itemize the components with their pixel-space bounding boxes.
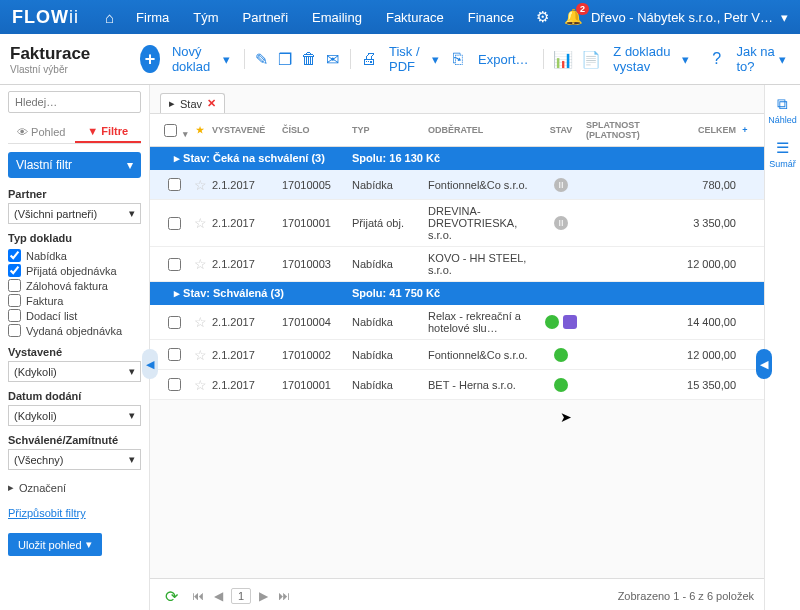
col-odberatel[interactable]: ODBĚRATEL <box>428 125 536 135</box>
edit-icon[interactable]: ✎ <box>254 48 269 70</box>
typ-option[interactable]: Faktura <box>8 293 141 308</box>
filter-tag-stav[interactable]: ▸ Stav ✕ <box>160 93 225 113</box>
nav-finance[interactable]: Finance <box>458 0 524 34</box>
table-header: ▾ ★ VYSTAVENÉ ČÍSLO TYP ODBĚRATEL STAV S… <box>150 113 764 147</box>
table-row[interactable]: ☆2.1.201717010001NabídkaBET - Herna s.r.… <box>150 370 764 400</box>
notif-badge: 2 <box>576 3 589 15</box>
row-checkbox[interactable] <box>168 178 181 191</box>
row-checkbox[interactable] <box>168 217 181 230</box>
tab-pohled[interactable]: 👁 Pohled <box>8 121 75 143</box>
nahled-button[interactable]: ⧉Náhled <box>768 95 797 125</box>
chart-icon[interactable]: 📊 <box>553 48 573 70</box>
subheader: Fakturace Vlastní výběr + Nový doklad ▾ … <box>0 34 800 85</box>
star-icon[interactable]: ☆ <box>194 177 207 193</box>
zdokladu-label[interactable]: Z dokladu vystav ▾ <box>609 40 693 78</box>
save-view-button[interactable]: Uložit pohled ▾ <box>8 533 102 556</box>
logo[interactable]: FLOWii <box>12 7 79 28</box>
group-header[interactable]: ▸ Stav: Čeká na schválení (3) Spolu: 16 … <box>150 147 764 170</box>
table-row[interactable]: ☆2.1.201717010002NabídkaFontionnel&Co s.… <box>150 340 764 370</box>
star-col[interactable]: ★ <box>188 125 212 135</box>
prizpusobit-link[interactable]: Přizpůsobit filtry <box>8 507 141 519</box>
help-icon[interactable]: ? <box>709 48 724 70</box>
col-cislo[interactable]: ČÍSLO <box>282 125 352 135</box>
delete-icon[interactable]: 🗑 <box>301 48 317 70</box>
new-doc-button[interactable]: + <box>140 45 160 73</box>
star-icon[interactable]: ☆ <box>194 256 207 272</box>
close-icon[interactable]: ✕ <box>207 97 216 110</box>
search-input[interactable] <box>8 91 141 113</box>
refresh-icon[interactable]: ⟳ <box>160 585 182 607</box>
table-row[interactable]: ☆2.1.201717010003NabídkaKOVO - HH STEEL,… <box>150 247 764 282</box>
vystavene-label: Vystavené <box>8 346 141 358</box>
typ-option[interactable]: Nabídka <box>8 248 141 263</box>
topbar: FLOWii ⌂ Firma Tým Partneři Emailing Fak… <box>0 0 800 34</box>
nav-firma[interactable]: Firma <box>126 0 179 34</box>
col-stav[interactable]: STAV <box>536 125 586 135</box>
typ-option[interactable]: Přijatá objednávka <box>8 263 141 278</box>
export-label[interactable]: Export… <box>474 48 533 71</box>
nav-partneri[interactable]: Partneři <box>233 0 299 34</box>
partner-select[interactable]: (Všichni partneři)▾ <box>8 203 141 224</box>
row-checkbox[interactable] <box>168 348 181 361</box>
gear-icon[interactable]: ⚙ <box>528 0 557 34</box>
issue-icon[interactable]: 📄 <box>581 48 601 70</box>
next-page[interactable]: ▶ <box>257 589 270 603</box>
table-row[interactable]: ☆2.1.201717010001Přijatá obj.DREVINA-DRE… <box>150 200 764 247</box>
col-splatnost[interactable]: SPLATNOST(PLATNOST) <box>586 120 666 140</box>
export-icon[interactable]: ⎘ <box>451 48 466 70</box>
star-icon[interactable]: ☆ <box>194 347 207 363</box>
last-page[interactable]: ⏭ <box>276 589 292 603</box>
first-page[interactable]: ⏮ <box>190 589 206 603</box>
datum-select[interactable]: (Kdykoli)▾ <box>8 405 141 426</box>
copy-icon[interactable]: ❐ <box>278 48 293 70</box>
sumar-button[interactable]: ☰Sumář <box>769 139 796 169</box>
partner-label: Partner <box>8 188 141 200</box>
body: 👁 Pohled ▼ Filtre Vlastní filtr▾ Partner… <box>0 85 800 610</box>
nav-tym[interactable]: Tým <box>183 0 228 34</box>
bell-icon[interactable]: 🔔2 <box>564 8 583 26</box>
main: ▸ Stav ✕ ▾ ★ VYSTAVENÉ ČÍSLO TYP ODBĚRAT… <box>150 85 764 610</box>
help-label[interactable]: Jak na to? ▾ <box>732 40 790 78</box>
company-name: Dřevo - Nábytek s.r.o., Petr V… <box>591 10 773 25</box>
page-subtitle: Vlastní výběr <box>10 64 120 75</box>
typ-option[interactable]: Vydaná objednávka <box>8 323 141 338</box>
datum-label: Datum dodání <box>8 390 141 402</box>
row-checkbox[interactable] <box>168 316 181 329</box>
table-row[interactable]: ☆2.1.201717010004NabídkaRelax - rekreačn… <box>150 305 764 340</box>
toolbar: + Nový doklad ▾ ✎ ❐ 🗑 ✉ 🖨 Tisk / PDF ▾ ⎘… <box>130 34 800 84</box>
add-column-icon[interactable]: + <box>736 125 754 135</box>
nav-fakturace[interactable]: Fakturace <box>376 0 454 34</box>
row-checkbox[interactable] <box>168 378 181 391</box>
select-all-checkbox[interactable] <box>164 124 177 137</box>
collapse-sidebar-handle[interactable]: ◀ <box>142 349 158 379</box>
nav-emailing[interactable]: Emailing <box>302 0 372 34</box>
oznaceni-expand[interactable]: ▸Označení <box>8 480 141 495</box>
star-icon[interactable]: ☆ <box>194 377 207 393</box>
prev-page[interactable]: ◀ <box>212 589 225 603</box>
print-label[interactable]: Tisk / PDF ▾ <box>385 40 443 78</box>
chevron-down-icon: ▾ <box>127 158 133 172</box>
typ-option[interactable]: Dodací list <box>8 308 141 323</box>
print-icon[interactable]: 🖨 <box>361 48 377 70</box>
page-number[interactable]: 1 <box>231 588 251 604</box>
star-icon[interactable]: ☆ <box>194 215 207 231</box>
row-checkbox[interactable] <box>168 258 181 271</box>
user-block[interactable]: 🔔2 Dřevo - Nábytek s.r.o., Petr V… ▾ <box>564 8 788 26</box>
new-doc-label[interactable]: Nový doklad ▾ <box>168 40 234 78</box>
tab-filtre[interactable]: ▼ Filtre <box>75 121 142 143</box>
home-icon[interactable]: ⌂ <box>97 0 122 34</box>
vystavene-select[interactable]: (Kdykoli)▾ <box>8 361 141 382</box>
typ-option[interactable]: Zálohová faktura <box>8 278 141 293</box>
group-header[interactable]: ▸ Stav: Schválená (3) Spolu: 41 750 Kč <box>150 282 764 305</box>
col-typ[interactable]: TYP <box>352 125 428 135</box>
vlastni-filtr-button[interactable]: Vlastní filtr▾ <box>8 152 141 178</box>
table-row[interactable]: ☆2.1.201717010005NabídkaFontionnel&Co s.… <box>150 170 764 200</box>
collapse-rightbar-handle[interactable]: ◀ <box>756 349 772 379</box>
sch-select[interactable]: (Všechny)▾ <box>8 449 141 470</box>
col-vystavene[interactable]: VYSTAVENÉ <box>212 125 282 135</box>
mail-icon[interactable]: ✉ <box>325 48 340 70</box>
chevron-down-icon[interactable]: ▾ <box>781 10 788 25</box>
col-celkem[interactable]: CELKEM <box>666 125 736 135</box>
star-icon[interactable]: ☆ <box>194 314 207 330</box>
typ-list: NabídkaPřijatá objednávkaZálohová faktur… <box>8 248 141 338</box>
